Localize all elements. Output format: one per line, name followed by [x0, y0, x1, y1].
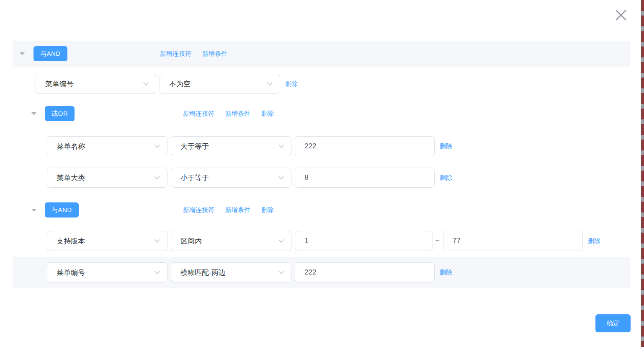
operator-select-value: 区间内: [180, 236, 278, 246]
field-select-value: 菜单编号: [57, 268, 154, 277]
add-condition-link[interactable]: 新增条件: [225, 206, 250, 214]
caret-down-icon[interactable]: [31, 112, 36, 115]
group-row-and: 与AND 新增连接符 新增条件 删除: [13, 197, 630, 223]
delete-condition-link[interactable]: 删除: [285, 80, 298, 88]
screenshot-edge-artifact: [641, 0, 644, 347]
delete-condition-link[interactable]: 删除: [440, 174, 452, 182]
caret-down-icon[interactable]: [31, 209, 36, 212]
field-select-value: 支持版本: [57, 236, 154, 246]
dialog-footer: 确定: [0, 314, 631, 332]
range-to-input[interactable]: [443, 231, 583, 251]
condition-row-range: 支持版本 区间内 ~ 删除: [13, 231, 630, 251]
range-separator: ~: [435, 237, 440, 245]
group-row-root-and: 与AND 新增连接符 新增条件: [13, 41, 630, 67]
operator-select-value: 模糊匹配-两边: [180, 268, 278, 277]
field-select[interactable]: 菜单编号: [47, 262, 167, 282]
delete-group-link[interactable]: 删除: [261, 110, 274, 118]
delete-group-link[interactable]: 删除: [261, 206, 274, 214]
value-input[interactable]: [295, 136, 435, 156]
field-select[interactable]: 菜单大类: [47, 168, 167, 188]
confirm-button[interactable]: 确定: [595, 314, 631, 332]
connector-button-and[interactable]: 与AND: [33, 46, 67, 61]
field-select-value: 菜单名称: [57, 142, 154, 151]
connector-button-or[interactable]: 或OR: [45, 106, 75, 121]
range-from-input[interactable]: [295, 231, 433, 251]
group-row-or: 或OR 新增连接符 新增条件 删除: [13, 101, 630, 127]
chevron-down-icon: [143, 82, 149, 86]
close-icon: [614, 8, 628, 22]
chevron-down-icon: [278, 176, 284, 180]
add-condition-link[interactable]: 新增条件: [225, 110, 250, 118]
add-condition-link[interactable]: 新增条件: [202, 50, 227, 58]
condition-tree: 与AND 新增连接符 新增条件 菜单编号 不为空 删除: [0, 0, 644, 332]
caret-down-icon[interactable]: [20, 52, 25, 55]
chevron-down-icon: [278, 239, 284, 243]
operator-select[interactable]: 模糊匹配-两边: [171, 262, 291, 282]
field-select[interactable]: 菜单编号: [36, 74, 156, 94]
operator-select[interactable]: 区间内: [171, 231, 291, 251]
close-button[interactable]: [614, 8, 628, 22]
condition-builder-dialog: 与AND 新增连接符 新增条件 菜单编号 不为空 删除: [0, 0, 644, 347]
add-connector-link[interactable]: 新增连接符: [183, 110, 214, 118]
field-select-value: 菜单大类: [57, 173, 154, 183]
value-input[interactable]: [295, 262, 435, 282]
chevron-down-icon: [278, 144, 284, 148]
delete-condition-link[interactable]: 删除: [440, 142, 452, 150]
chevron-down-icon: [154, 239, 160, 243]
condition-row: 菜单编号 不为空 删除: [13, 74, 630, 94]
operator-select[interactable]: 小于等于: [171, 168, 291, 188]
delete-condition-link[interactable]: 删除: [440, 269, 452, 277]
add-connector-link[interactable]: 新增连接符: [183, 206, 214, 214]
value-input[interactable]: [295, 168, 435, 188]
delete-condition-link[interactable]: 删除: [588, 237, 600, 245]
connector-button-and[interactable]: 与AND: [45, 202, 79, 218]
chevron-down-icon: [154, 176, 160, 180]
condition-row: 菜单大类 小于等于 删除: [13, 168, 630, 188]
field-select-value: 菜单编号: [45, 79, 143, 89]
operator-select[interactable]: 不为空: [160, 74, 280, 94]
chevron-down-icon: [267, 82, 273, 86]
add-connector-link[interactable]: 新增连接符: [160, 50, 191, 58]
chevron-down-icon: [154, 270, 160, 274]
field-select[interactable]: 菜单名称: [47, 136, 167, 156]
condition-row: 菜单编号 模糊匹配-两边 删除: [13, 257, 630, 288]
condition-row: 菜单名称 大于等于 删除: [13, 136, 630, 156]
chevron-down-icon: [278, 270, 284, 274]
operator-select-value: 不为空: [169, 79, 267, 89]
window-edge-line: [640, 0, 640, 347]
field-select[interactable]: 支持版本: [47, 231, 167, 251]
operator-select-value: 大于等于: [180, 142, 278, 151]
operator-select[interactable]: 大于等于: [171, 136, 291, 156]
operator-select-value: 小于等于: [180, 173, 278, 183]
chevron-down-icon: [154, 144, 160, 148]
